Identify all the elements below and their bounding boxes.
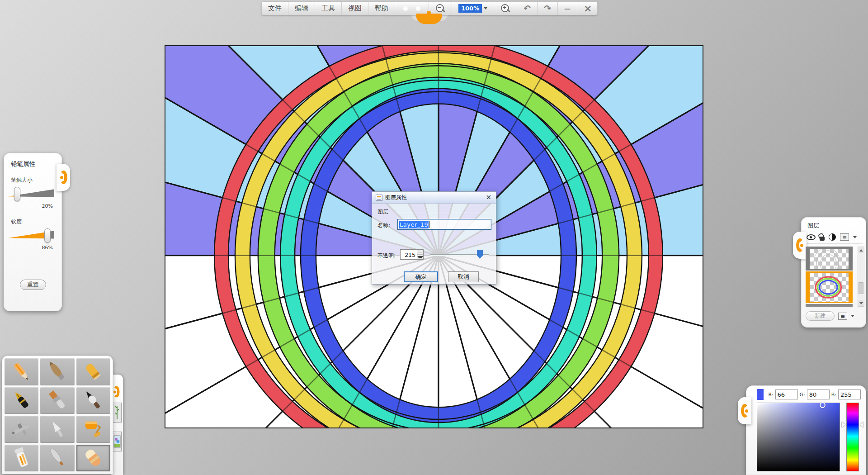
tool-crayon[interactable] [76, 358, 110, 385]
layer-thumbnail-partial[interactable] [806, 304, 853, 307]
airbrush-icon [10, 418, 33, 441]
cancel-button[interactable]: 取消 [448, 271, 479, 282]
layer-menu-button[interactable]: ≡ [840, 233, 849, 241]
r-label: R: [768, 392, 773, 398]
zoom-out-button[interactable]: − [429, 2, 452, 15]
close-button[interactable]: × [577, 2, 598, 15]
spin-down-icon[interactable] [417, 255, 423, 259]
color-picker-panel: R: G: B: [746, 385, 866, 475]
undo-button[interactable]: ↶ [517, 2, 538, 15]
scrollbar-thumb[interactable] [859, 282, 863, 294]
mascot-face [395, 2, 429, 15]
layer-options-button[interactable]: ≡ [838, 313, 847, 320]
layer-controls: ≡ [806, 233, 863, 244]
zoom-in-icon: + [500, 4, 510, 14]
saturation-value-square[interactable] [757, 403, 840, 471]
new-layer-button[interactable]: 新建 [806, 311, 835, 321]
chevron-down-icon [484, 7, 487, 10]
panel-handle-icon [60, 171, 67, 184]
layer-group-label: 图层 [377, 208, 388, 216]
layers-footer: 新建 ≡ [806, 311, 863, 321]
brush-size-label: 笔触大小 [11, 176, 57, 184]
sketch-thumb-art [810, 249, 849, 269]
current-color-swatch [757, 389, 764, 400]
chevron-down-icon[interactable] [853, 236, 857, 238]
tool-paint-roller[interactable] [76, 416, 110, 443]
tool-fountain-pen[interactable] [5, 387, 38, 414]
ok-button[interactable]: 确定 [404, 271, 438, 282]
b-label: B: [831, 392, 836, 398]
blend-half-circle-icon[interactable] [829, 233, 836, 241]
color-panel-tab[interactable] [738, 397, 751, 424]
minimize-icon: — [564, 5, 571, 12]
tool-airbrush[interactable] [5, 416, 38, 443]
minimize-button[interactable]: — [558, 2, 577, 15]
charcoal-icon [46, 360, 69, 384]
dialog-close-icon[interactable]: × [485, 194, 492, 201]
layer-scrollbar[interactable] [858, 247, 864, 307]
opacity-spinbox[interactable]: 215 [400, 249, 424, 260]
softness-value: 86% [8, 245, 53, 251]
hue-marker-left[interactable] [842, 422, 845, 428]
panel-handle-icon [741, 404, 749, 418]
opacity-slider-thumb[interactable] [477, 250, 483, 259]
tool-carving-knife[interactable] [40, 445, 74, 472]
layers-panel-tab[interactable] [793, 232, 807, 259]
pencil-properties-panel: 铅笔属性 笔触大小 20% 软度 86% 重置 [4, 153, 62, 311]
brush-size-slider[interactable] [8, 187, 54, 201]
hue-marker-right[interactable] [860, 422, 863, 428]
flat-brush-icon [46, 389, 69, 412]
layer-name-input[interactable]: Layer_19 [397, 219, 491, 230]
visibility-eye-icon[interactable] [807, 234, 816, 240]
layers-panel: 图层 ≡ [801, 217, 866, 328]
scroll-up-icon[interactable] [858, 247, 864, 253]
r-input[interactable] [775, 390, 798, 399]
eraser-icon [81, 446, 105, 470]
zoom-in-button[interactable]: + [494, 2, 517, 15]
menu-file[interactable]: 文件 [262, 2, 288, 15]
pencil-panel-tab[interactable] [57, 164, 70, 191]
layers-panel-title: 图层 [807, 222, 863, 230]
tool-eraser[interactable] [76, 445, 110, 472]
pencil-panel-title: 铅笔属性 [11, 160, 57, 168]
menu-view[interactable]: 视图 [342, 2, 368, 15]
tool-paint-tube[interactable] [5, 445, 38, 472]
reset-button[interactable]: 重置 [20, 280, 46, 290]
tab-plant-stamps[interactable] [113, 403, 122, 423]
spin-up-icon[interactable] [417, 250, 423, 255]
softness-slider[interactable] [8, 228, 54, 243]
zoom-level-dropdown[interactable]: 100% [452, 2, 494, 15]
tool-charcoal-stick[interactable] [40, 358, 74, 385]
g-input[interactable] [807, 390, 830, 399]
redo-button[interactable]: ↷ [538, 2, 558, 15]
layer-thumbnail-rainbow[interactable] [806, 271, 853, 303]
undo-icon: ↶ [524, 4, 531, 13]
menu-tools[interactable]: 工具 [315, 2, 342, 15]
b-input[interactable] [838, 390, 861, 399]
chevron-down-icon[interactable] [851, 315, 854, 317]
paint-roller-icon [81, 418, 105, 441]
palette-knife-icon [46, 418, 69, 441]
tool-palette-knife[interactable] [40, 416, 74, 443]
brush-size-thumb[interactable] [14, 187, 20, 201]
hue-bar[interactable] [846, 403, 859, 471]
sv-cursor[interactable] [820, 402, 826, 408]
selected-text: Layer_19 [399, 221, 429, 228]
tool-flat-brush[interactable] [40, 387, 74, 414]
menu-edit[interactable]: 编辑 [288, 2, 315, 15]
softness-label: 软度 [11, 218, 57, 226]
tool-ink-brush[interactable] [76, 387, 110, 414]
unlock-icon[interactable] [820, 237, 825, 241]
layer-thumbnail-sketch[interactable] [806, 247, 853, 271]
layer-properties-dialog: 图层属性 × 图层 名称: Layer_19 不透明: 215 确定 取消 [372, 191, 496, 285]
scroll-down-icon[interactable] [858, 300, 864, 306]
layer-list [806, 247, 853, 307]
dialog-titlebar[interactable]: 图层属性 × [372, 192, 496, 204]
menu-help[interactable]: 帮助 [368, 2, 395, 15]
tab-picture-stamps[interactable] [113, 432, 122, 451]
rainbow-thumb-art [810, 273, 849, 302]
picture-icon [113, 433, 121, 450]
tool-pencil[interactable] [5, 358, 38, 385]
softness-thumb[interactable] [44, 228, 51, 243]
ink-brush-icon [81, 389, 105, 412]
